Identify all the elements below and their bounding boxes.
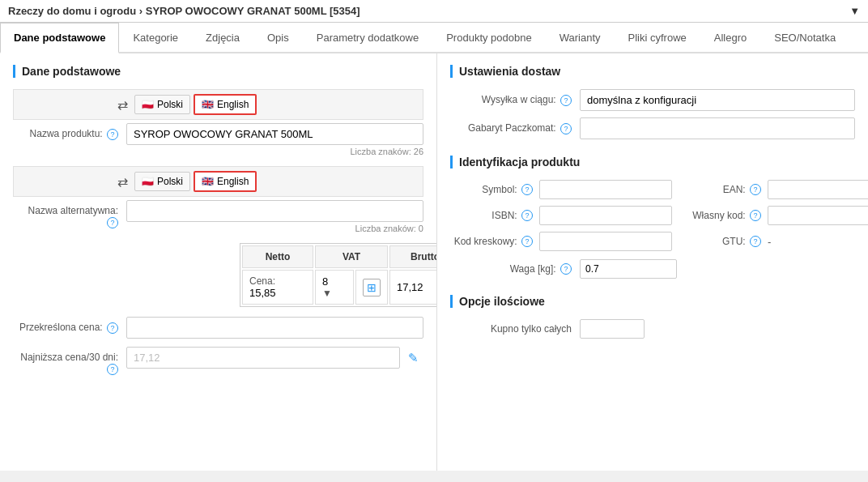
tab-parametry-dodatkowe[interactable]: Parametry dodatkowe [303,23,432,52]
kod-kreskowy-input[interactable] [539,232,672,251]
tab-dane-podstawowe[interactable]: Dane podstawowe [0,23,119,53]
polish-flag-2: 🇵🇱 [142,176,154,187]
striked-price-field [126,317,423,339]
gtu-label: GTU: ? [679,236,768,248]
gabaryt-input[interactable] [580,117,855,139]
arrow-icon[interactable]: ▼ [849,5,860,17]
tab-zdjecia[interactable]: Zdjęcia [192,23,253,52]
price-table: Netto VAT Brutto Cena: [240,243,437,307]
product-name-field: Liczba znaków: 26 [126,123,423,156]
gtu-row: GTU: ? - [679,232,868,251]
lowest-price-field: ✎ [126,347,423,369]
english-flag-1: 🇬🇧 [202,99,214,110]
isbn-label: ISBN: ? [450,210,539,222]
identification-section: Identyfikacja produktu Symbol: ? EAN: ? [450,156,855,279]
lowest-price-label: Najniższa cena/30 dni: ? [13,347,126,375]
translate-icon-1: ⇄ [117,97,128,113]
wlasny-kod-label: Własny kod: ? [679,210,768,222]
kod-kreskowy-row: Kod kreskowy: ? [450,232,672,251]
alt-name-label: Nazwa alternatywna: ? [13,200,126,228]
tab-kategorie[interactable]: Kategorie [119,23,192,52]
alt-name-help[interactable]: ? [107,217,118,228]
symbol-help[interactable]: ? [521,184,533,195]
waga-label: Waga [kg]: ? [450,263,580,275]
kupno-row: Kupno tylko całych [450,319,855,339]
striked-price-help[interactable]: ? [107,322,118,334]
tab-allegro[interactable]: Allegro [700,23,760,52]
netto-header: Netto [242,245,313,268]
lowest-price-input[interactable] [126,347,400,369]
gabaryt-label: Gabaryt Paczkomat: ? [450,122,580,134]
tab-produkty-podobne[interactable]: Produkty podobne [432,23,546,52]
waga-row: Waga [kg]: ? [450,259,855,279]
product-name-help[interactable]: ? [107,129,118,140]
netto-input[interactable] [249,287,306,299]
dropdown-icon[interactable]: ▼ [322,288,332,299]
price-group: Netto VAT Brutto Cena: [13,243,423,307]
wysylka-label: Wysyłka w ciągu: ? [450,94,580,106]
english-flag-2: 🇬🇧 [202,176,214,187]
kupno-input[interactable] [580,319,645,339]
gtu-help[interactable]: ? [750,236,761,247]
alt-name-input[interactable] [126,200,423,222]
alt-name-char-count: Liczba znaków: 0 [126,224,423,233]
ean-help[interactable]: ? [750,184,761,195]
product-name-char-count: Liczba znaków: 26 [126,147,423,156]
wysylka-help[interactable]: ? [560,95,572,106]
gtu-value: - [768,236,771,248]
striked-price-row: Przekreślona cena: ? [13,317,423,339]
tab-warianty[interactable]: Warianty [546,23,615,52]
lowest-price-row: Najniższa cena/30 dni: ? ✎ [13,347,423,375]
lowest-price-edit-button[interactable]: ✎ [403,349,423,367]
delivery-title: Ustawienia dostaw [450,65,855,78]
wysylka-input[interactable] [580,89,855,111]
cena-label: Cena: [249,275,275,287]
product-name-group: ⇄ 🇵🇱 Polski 🇬🇧 English Nazwa produktu: ? [13,89,423,156]
product-name-label: Nazwa produktu: ? [13,123,126,140]
tab-pliki-cyfrowe[interactable]: Pliki cyfrowe [615,23,700,52]
lowest-price-help[interactable]: ? [107,364,118,375]
wlasny-kod-row: Własny kod: ? [679,206,868,225]
calc-button[interactable]: ⊞ [363,279,381,296]
polish-flag-1: 🇵🇱 [142,99,154,110]
striked-price-input[interactable] [126,317,423,339]
lang-english-1[interactable]: 🇬🇧 English [194,94,257,115]
delivery-section: Ustawienia dostaw Wysyłka w ciągu: ? Gab… [450,65,855,139]
waga-help[interactable]: ? [560,263,572,275]
alt-name-group: ⇄ 🇵🇱 Polski 🇬🇧 English Nazwa alternatywn… [13,166,423,233]
gabaryt-row: Gabaryt Paczkomat: ? [450,117,855,139]
striked-price-label: Przekreślona cena: ? [13,317,126,334]
isbn-input[interactable] [539,206,672,225]
opcje-ilosci-title: Opcje ilościowe [450,295,855,308]
left-panel: Dane podstawowe ⇄ 🇵🇱 Polski 🇬🇧 English N… [0,53,437,471]
lang-polski-1[interactable]: 🇵🇱 Polski [134,95,190,114]
ean-label: EAN: ? [679,184,768,196]
right-panel: Ustawienia dostaw Wysyłka w ciągu: ? Gab… [437,53,868,471]
tab-seo-notatka[interactable]: SEO/Notatka [760,23,849,52]
lang-english-2[interactable]: 🇬🇧 English [194,171,257,192]
tabs-bar: Dane podstawowe Kategorie Zdjęcia Opis P… [0,23,868,53]
isbn-row: ISBN: ? [450,206,672,225]
translate-icon-2: ⇄ [117,174,128,190]
product-name-input[interactable] [126,123,423,145]
symbol-row: Symbol: ? [450,180,672,199]
wlasny-kod-help[interactable]: ? [750,210,761,221]
kod-kreskowy-help[interactable]: ? [521,236,533,247]
vat-header: VAT [315,245,388,268]
dane-podstawowe-title: Dane podstawowe [13,65,423,78]
brutto-header: Brutto [389,245,437,268]
gabaryt-help[interactable]: ? [560,123,572,134]
main-content: Dane podstawowe ⇄ 🇵🇱 Polski 🇬🇧 English N… [0,53,868,471]
brutto-input[interactable] [397,281,437,293]
ean-row: EAN: ? [679,180,868,199]
lang-polski-2[interactable]: 🇵🇱 Polski [134,172,190,191]
ean-input[interactable] [768,180,868,199]
waga-input[interactable] [580,259,677,279]
kod-kreskowy-label: Kod kreskowy: ? [450,236,539,248]
vat-input[interactable] [322,275,347,288]
isbn-help[interactable]: ? [521,210,533,221]
symbol-input[interactable] [539,180,672,199]
kupno-label: Kupno tylko całych [450,323,580,335]
tab-opis[interactable]: Opis [253,23,303,52]
wlasny-kod-input[interactable] [768,206,868,225]
